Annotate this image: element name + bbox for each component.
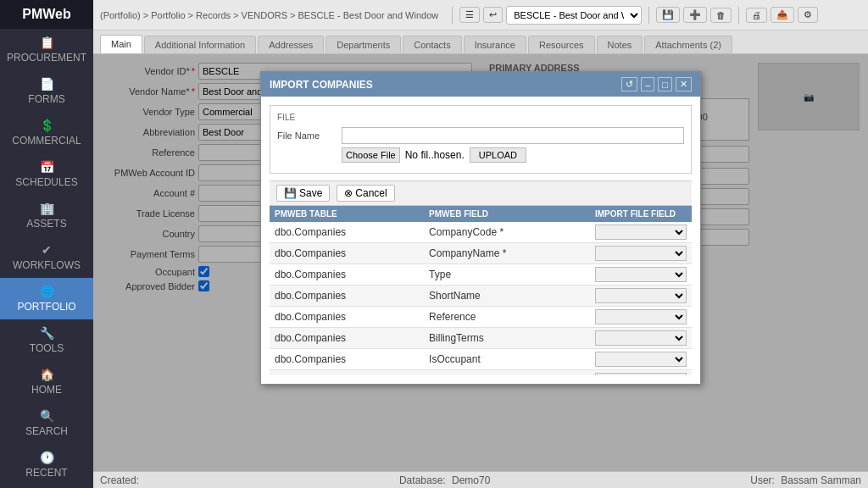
- import-field-select[interactable]: [595, 288, 687, 303]
- record-selector[interactable]: BESCLE - Best Door and Window: [506, 6, 642, 25]
- app-logo: PMWeb: [0, 0, 93, 29]
- file-name-label: File Name: [277, 130, 337, 141]
- cell-import-field: [590, 370, 692, 376]
- tab-notes[interactable]: Notes: [597, 36, 643, 53]
- tab-attachments[interactable]: Attachments (2): [644, 36, 732, 53]
- sidebar-item-label: FORMS: [28, 93, 64, 105]
- tab-additional-information[interactable]: Additional Information: [144, 36, 256, 53]
- sidebar-item-recent[interactable]: 🕐 RECENT: [0, 444, 93, 485]
- assets-icon: 🏢: [40, 202, 54, 215]
- undo-button[interactable]: ↩: [483, 7, 503, 23]
- sidebar-item-label: WORKFLOWS: [13, 259, 81, 271]
- tab-resources[interactable]: Resources: [528, 36, 595, 53]
- cell-pmweb-field: CompanyCode *: [424, 222, 590, 243]
- print-button[interactable]: 🖨: [746, 8, 767, 23]
- save-icon: 💾: [284, 187, 297, 199]
- tab-addresses[interactable]: Addresses: [258, 36, 324, 53]
- sidebar-item-portfolio[interactable]: 🌐 PORTFOLIO: [0, 278, 93, 319]
- tabbar: Main Additional Information Addresses De…: [93, 30, 868, 54]
- cell-pmweb-table: dbo.Companies: [270, 349, 424, 370]
- import-field-select[interactable]: [595, 373, 687, 375]
- sidebar-item-tools[interactable]: 🔧 TOOLS: [0, 319, 93, 361]
- cancel-button[interactable]: ⊗ Cancel: [337, 185, 394, 202]
- file-section-title: FILE: [277, 113, 684, 122]
- import-field-select[interactable]: [595, 309, 687, 324]
- import-field-select[interactable]: [595, 246, 687, 261]
- delete-button[interactable]: 🗑: [710, 8, 732, 23]
- modal-header: IMPORT COMPANIES ↺ – □ ✕: [261, 72, 700, 97]
- sidebar-item-label: SCHEDULES: [15, 176, 77, 188]
- table-scroll-area[interactable]: PMWEB TABLE PMWEB FIELD IMPORT FILE FIEL…: [270, 206, 692, 375]
- modal-title: IMPORT COMPANIES: [270, 79, 373, 91]
- cell-pmweb-field: BillingTerms: [424, 328, 590, 349]
- cell-pmweb-table: dbo.Companies: [270, 307, 424, 328]
- tab-contacts[interactable]: Contacts: [403, 36, 461, 53]
- sidebar-item-search[interactable]: 🔍 SEARCH: [0, 402, 93, 444]
- modal-minimize-button[interactable]: –: [641, 77, 654, 92]
- tab-main[interactable]: Main: [100, 35, 142, 53]
- export-button[interactable]: 📤: [771, 7, 794, 23]
- sidebar-item-label: PROCUREMENT: [7, 52, 86, 64]
- tab-insurance[interactable]: Insurance: [464, 36, 526, 53]
- import-companies-modal: IMPORT COMPANIES ↺ – □ ✕ FILE File Name: [260, 71, 701, 385]
- cell-pmweb-table: dbo.Companies: [270, 328, 424, 349]
- search-icon: 🔍: [40, 409, 54, 423]
- cell-pmweb-field: Reference: [424, 307, 590, 328]
- modal-close-button[interactable]: ✕: [676, 77, 692, 92]
- cell-import-field: [590, 328, 692, 349]
- modal-overlay: IMPORT COMPANIES ↺ – □ ✕ FILE File Name: [93, 54, 868, 471]
- cell-pmweb-field: FedTax: [424, 370, 590, 376]
- cell-import-field: [590, 264, 692, 286]
- sidebar-item-assets[interactable]: 🏢 ASSETS: [0, 195, 93, 236]
- sidebar-item-workflows[interactable]: ✔ WORKFLOWS: [0, 236, 93, 278]
- cell-pmweb-field: ShortName: [424, 286, 590, 307]
- sidebar-item-forms[interactable]: 📄 FORMS: [0, 70, 93, 112]
- toggle-button[interactable]: ⚙: [798, 7, 818, 23]
- toolbar-separator-2: [648, 7, 649, 24]
- menu-button[interactable]: ☰: [459, 7, 480, 23]
- sidebar-item-label: HOME: [31, 384, 62, 396]
- no-file-label: No fil..hosen.: [405, 149, 465, 161]
- forms-icon: 📄: [40, 77, 54, 91]
- table-row: dbo.Companies Type: [270, 264, 692, 286]
- import-field-select[interactable]: [595, 330, 687, 346]
- choose-file-button[interactable]: Choose File: [342, 147, 400, 163]
- sidebar: PMWeb 📋 PROCUREMENT 📄 FORMS 💲 COMMERCIAL…: [0, 0, 93, 488]
- breadcrumb: (Portfolio) > Portfolio > Records > VEND…: [100, 10, 438, 20]
- upload-button[interactable]: UPLOAD: [470, 147, 526, 163]
- workflows-icon: ✔: [42, 243, 52, 257]
- save-button[interactable]: 💾 Save: [276, 185, 330, 202]
- tab-departments[interactable]: Departments: [326, 36, 401, 53]
- save-button[interactable]: 💾: [656, 7, 680, 23]
- add-button[interactable]: ➕: [683, 7, 707, 23]
- import-field-select[interactable]: [595, 225, 687, 240]
- cell-pmweb-table: dbo.Companies: [270, 243, 424, 264]
- table-row: dbo.Companies FedTax: [270, 370, 692, 376]
- sidebar-item-schedules[interactable]: 📅 SCHEDULES: [0, 153, 93, 195]
- procurement-icon: 📋: [40, 36, 54, 49]
- modal-refresh-button[interactable]: ↺: [621, 77, 637, 92]
- main-content: (Portfolio) > Portfolio > Records > VEND…: [93, 0, 868, 488]
- sidebar-item-label: PORTFOLIO: [17, 301, 75, 313]
- cell-import-field: [590, 222, 692, 243]
- file-name-input[interactable]: [342, 127, 684, 144]
- toolbar-separator-3: [738, 7, 739, 24]
- modal-header-buttons: ↺ – □ ✕: [621, 77, 692, 92]
- sidebar-item-commercial[interactable]: 💲 COMMERCIAL: [0, 112, 93, 153]
- cell-pmweb-field: Type: [424, 264, 590, 286]
- table-row: dbo.Companies IsOccupant: [270, 349, 692, 370]
- sidebar-item-label: RECENT: [25, 467, 67, 479]
- modal-maximize-button[interactable]: □: [658, 77, 672, 92]
- database-value: Demo70: [452, 474, 490, 486]
- import-table: PMWEB TABLE PMWEB FIELD IMPORT FILE FIEL…: [270, 206, 692, 375]
- save-label: Save: [299, 187, 322, 199]
- import-field-select[interactable]: [595, 352, 687, 367]
- commercial-icon: 💲: [40, 119, 54, 132]
- sidebar-item-home[interactable]: 🏠 HOME: [0, 361, 93, 402]
- sidebar-item-label: SEARCH: [25, 425, 68, 437]
- cancel-icon: ⊗: [344, 187, 353, 199]
- import-field-select[interactable]: [595, 267, 687, 282]
- file-name-row: File Name: [277, 127, 684, 144]
- sidebar-item-procurement[interactable]: 📋 PROCUREMENT: [0, 29, 93, 70]
- table-row: dbo.Companies CompanyName *: [270, 243, 692, 264]
